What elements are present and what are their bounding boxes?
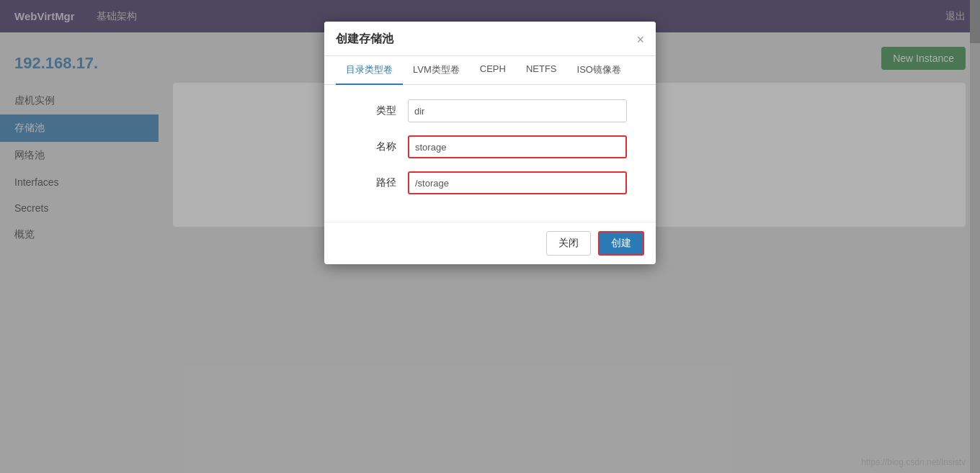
form-group-name: 名称	[353, 135, 627, 158]
modal-footer: 关闭 创建	[324, 222, 656, 264]
tab-ceph[interactable]: CEPH	[470, 56, 516, 85]
path-label: 路径	[353, 176, 396, 189]
modal-header: 创建存储池 ×	[324, 22, 656, 56]
tab-iso[interactable]: ISO镜像卷	[567, 56, 631, 85]
type-input[interactable]	[408, 99, 627, 122]
form-group-type: 类型	[353, 99, 627, 122]
tab-dir[interactable]: 目录类型卷	[336, 56, 403, 85]
create-button[interactable]: 创建	[598, 231, 644, 256]
path-input[interactable]	[408, 171, 627, 194]
modal: 创建存储池 × 目录类型卷 LVM类型卷 CEPH NETFS ISO镜像卷	[324, 22, 656, 264]
name-label: 名称	[353, 140, 396, 153]
close-button[interactable]: 关闭	[546, 231, 591, 256]
tab-netfs[interactable]: NETFS	[516, 56, 567, 85]
form-group-path: 路径	[353, 171, 627, 194]
name-input[interactable]	[408, 135, 627, 158]
tab-lvm[interactable]: LVM类型卷	[403, 56, 470, 85]
modal-body: 类型 名称 路径	[324, 85, 656, 222]
modal-close-icon[interactable]: ×	[636, 33, 644, 55]
modal-tabs: 目录类型卷 LVM类型卷 CEPH NETFS ISO镜像卷	[324, 56, 656, 85]
modal-title: 创建存储池	[336, 32, 393, 55]
type-label: 类型	[353, 104, 396, 117]
modal-overlay: 创建存储池 × 目录类型卷 LVM类型卷 CEPH NETFS ISO镜像卷	[0, 0, 980, 473]
